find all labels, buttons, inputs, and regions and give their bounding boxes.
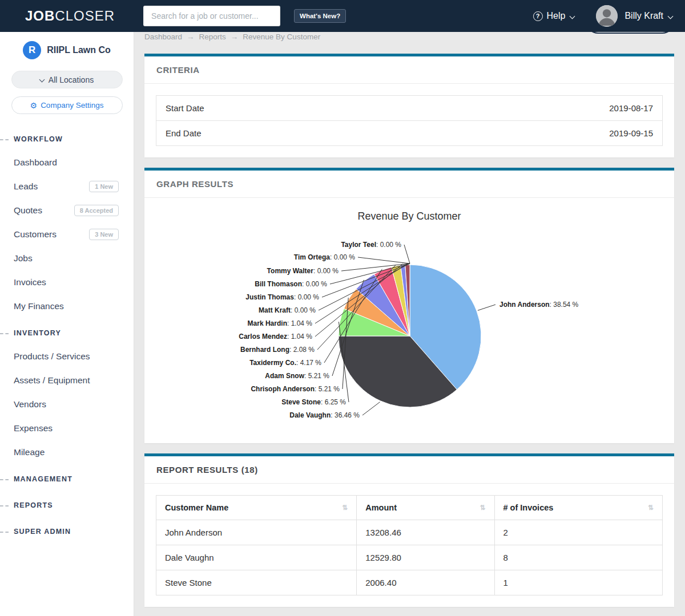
pie-connector-line	[362, 402, 380, 415]
section-dash-icon	[0, 479, 9, 480]
sidebar-item-my-finances[interactable]: My Finances	[0, 294, 134, 318]
user-avatar[interactable]	[596, 5, 618, 27]
status-badge: 1 New	[89, 181, 119, 192]
sidebar-item-quotes[interactable]: Quotes8 Accepted	[0, 198, 134, 222]
criteria-table: Start Date2019-08-17End Date2019-09-15	[156, 95, 663, 146]
table-cell: Steve Stone	[156, 570, 357, 595]
table-cell: 12529.80	[357, 545, 494, 570]
sidebar-item-mileage[interactable]: Mileage	[0, 440, 134, 464]
sidebar-item-label: My Finances	[14, 301, 64, 311]
breadcrumb-arrow-icon: →	[187, 33, 195, 41]
breadcrumb-item-reports[interactable]: Reports	[199, 33, 226, 41]
locations-dropdown[interactable]: All Locations	[11, 71, 123, 88]
sidebar-item-jobs[interactable]: Jobs	[0, 246, 134, 270]
chevron-down-icon	[39, 77, 45, 83]
sidebar-section-reports[interactable]: REPORTS	[0, 494, 134, 517]
criteria-label: End Date	[166, 128, 202, 138]
pie-label-adam-snow: Adam Snow: 5.21 %	[265, 372, 329, 380]
company-header[interactable]: R RIIPL Lawn Co	[0, 41, 134, 59]
sidebar-item-label: Invoices	[14, 277, 46, 287]
column-header-of-invoices[interactable]: # of Invoices⇅	[494, 496, 663, 520]
sort-arrows-icon[interactable]: ⇅	[480, 504, 485, 512]
sidebar-item-vendors[interactable]: Vendors	[0, 392, 134, 416]
sidebar-section-label: SUPER ADMIN	[14, 528, 71, 536]
help-label: Help	[547, 11, 566, 21]
sidebar-section-management[interactable]: MANAGEMENT	[0, 468, 134, 491]
section-dash-icon	[0, 333, 9, 334]
pie-label-matt-kraft: Matt Kraft: 0.00 %	[259, 306, 316, 314]
sidebar-item-invoices[interactable]: Invoices	[0, 270, 134, 294]
sidebar-item-label: Leads	[14, 181, 38, 192]
pie-label-john-anderson: John Anderson: 38.54 %	[499, 301, 579, 309]
criteria-panel-title: CRITERIA	[144, 56, 674, 84]
pie-label-dale-vaughn: Dale Vaughn: 36.46 %	[289, 411, 360, 419]
breadcrumb-item-dashboard[interactable]: Dashboard	[144, 33, 182, 41]
company-logo: R	[23, 41, 41, 59]
gear-icon: ⚙	[30, 101, 38, 110]
section-dash-icon	[0, 139, 9, 140]
sidebar-item-label: Assets / Equipment	[14, 375, 90, 386]
breadcrumb-arrow-icon: →	[231, 33, 239, 41]
report-results-title: REPORT RESULTS (18)	[144, 456, 674, 484]
sidebar-item-label: Quotes	[14, 205, 42, 216]
pie-label-steve-stone: Steve Stone: 6.25 %	[281, 398, 346, 406]
sidebar-item-assets-equipment[interactable]: Assets / Equipment	[0, 368, 134, 392]
criteria-panel: CRITERIA Start Date2019-08-17End Date201…	[144, 54, 674, 157]
sidebar-navigation: WORKFLOWDashboardLeads1 NewQuotes8 Accep…	[0, 128, 134, 543]
logo-bold-part: JOB	[25, 8, 55, 23]
sidebar-item-leads[interactable]: Leads1 New	[0, 175, 134, 198]
sidebar-section-workflow[interactable]: WORKFLOW	[0, 128, 134, 151]
column-header-customer-name[interactable]: Customer Name⇅	[156, 496, 357, 520]
criteria-value: 2019-08-17	[609, 103, 653, 113]
status-badge: 3 New	[89, 229, 119, 240]
sidebar-section-inventory[interactable]: INVENTORY	[0, 322, 134, 345]
pie-connector-line	[404, 245, 410, 264]
sidebar-section-super-admin[interactable]: SUPER ADMIN	[0, 520, 134, 543]
whats-new-button[interactable]: What's New?	[294, 9, 346, 23]
pie-connector-line	[358, 257, 410, 264]
pie-chart: Revenue By Customer Taylor Teel: 0.00 %T…	[144, 198, 674, 443]
top-navigation-bar: JOBCLOSER What's New? ? Help Billy Kraft	[0, 0, 685, 32]
sidebar-section-label: WORKFLOW	[14, 135, 63, 143]
pie-label-justin-thomas: Justin Thomas: 0.00 %	[245, 293, 319, 301]
breadcrumb-item-revenue-by-customer[interactable]: Revenue By Customer	[243, 33, 320, 41]
table-cell: 2006.40	[357, 570, 494, 595]
company-settings-label: Company Settings	[41, 101, 103, 110]
sidebar-item-dashboard[interactable]: Dashboard	[0, 151, 134, 175]
search-input[interactable]	[143, 6, 280, 26]
report-results-panel: REPORT RESULTS (18) Customer Name⇅Amount…	[144, 453, 674, 607]
column-header-label: Amount	[365, 503, 397, 512]
user-menu[interactable]: Billy Kraft	[624, 11, 672, 21]
sidebar-item-expenses[interactable]: Expenses	[0, 416, 134, 440]
criteria-row-end-date: End Date2019-09-15	[156, 121, 662, 145]
column-header-amount[interactable]: Amount⇅	[357, 496, 494, 520]
locations-label: All Locations	[49, 75, 94, 84]
pie-label-mark-hardin: Mark Hardin: 1.04 %	[248, 319, 313, 327]
breadcrumb: Dashboard→Reports→Revenue By Customer	[144, 33, 320, 41]
chevron-down-icon	[668, 13, 674, 19]
column-header-label: # of Invoices	[503, 503, 554, 512]
sidebar-item-label: Jobs	[14, 253, 33, 264]
pie-label-tim-ortega: Tim Ortega: 0.00 %	[294, 253, 355, 261]
sort-arrows-icon[interactable]: ⇅	[648, 504, 654, 512]
sidebar-item-customers[interactable]: Customers3 New	[0, 222, 134, 246]
table-row: John Anderson13208.462	[156, 520, 663, 545]
pie-label-chrisoph-anderson: Chrisoph Anderson: 5.21 %	[251, 385, 340, 393]
sort-arrows-icon[interactable]: ⇅	[342, 504, 348, 512]
avatar-image	[596, 5, 618, 27]
criteria-value: 2019-09-15	[609, 128, 653, 138]
criteria-label: Start Date	[166, 103, 204, 113]
logo-light-part: CLOSER	[55, 8, 115, 23]
sidebar-section-label: MANAGEMENT	[14, 475, 72, 483]
app-logo[interactable]: JOBCLOSER	[25, 8, 115, 24]
pie-label-taxidermy-co: Taxidermy Co.: 4.17 %	[249, 359, 321, 367]
company-settings-button[interactable]: ⚙ Company Settings	[11, 96, 123, 114]
table-cell: 2	[494, 520, 663, 545]
graph-results-panel: GRAPH RESULTS Revenue By Customer Taylor…	[144, 168, 674, 443]
pie-label-taylor-teel: Taylor Teel: 0.00 %	[341, 241, 401, 249]
graph-results-title: GRAPH RESULTS	[144, 171, 674, 198]
help-menu[interactable]: ? Help	[533, 11, 575, 21]
section-dash-icon	[0, 505, 9, 506]
sidebar-item-products-services[interactable]: Products / Services	[0, 345, 134, 368]
section-dash-icon	[0, 532, 9, 533]
